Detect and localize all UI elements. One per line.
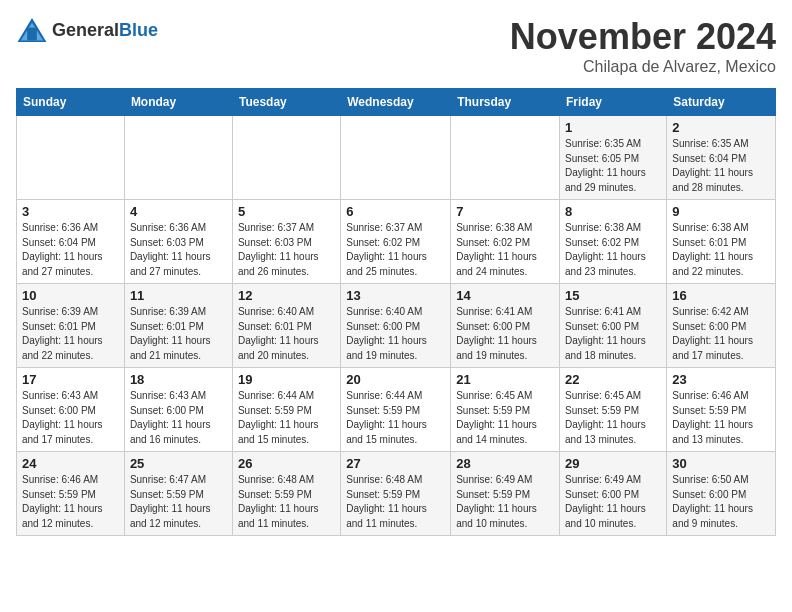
calendar-cell: 22Sunrise: 6:45 AM Sunset: 5:59 PM Dayli… <box>560 368 667 452</box>
logo-general: General <box>52 20 119 40</box>
day-info: Sunrise: 6:45 AM Sunset: 5:59 PM Dayligh… <box>565 389 661 447</box>
day-number: 15 <box>565 288 661 303</box>
day-number: 7 <box>456 204 554 219</box>
calendar-cell: 3Sunrise: 6:36 AM Sunset: 6:04 PM Daylig… <box>17 200 125 284</box>
day-info: Sunrise: 6:39 AM Sunset: 6:01 PM Dayligh… <box>130 305 227 363</box>
day-number: 17 <box>22 372 119 387</box>
header-thursday: Thursday <box>451 89 560 116</box>
calendar-week-4: 17Sunrise: 6:43 AM Sunset: 6:00 PM Dayli… <box>17 368 776 452</box>
logo: GeneralBlue <box>16 16 158 44</box>
day-info: Sunrise: 6:40 AM Sunset: 6:00 PM Dayligh… <box>346 305 445 363</box>
calendar-cell: 26Sunrise: 6:48 AM Sunset: 5:59 PM Dayli… <box>232 452 340 536</box>
day-info: Sunrise: 6:49 AM Sunset: 5:59 PM Dayligh… <box>456 473 554 531</box>
calendar-cell: 21Sunrise: 6:45 AM Sunset: 5:59 PM Dayli… <box>451 368 560 452</box>
day-info: Sunrise: 6:40 AM Sunset: 6:01 PM Dayligh… <box>238 305 335 363</box>
day-number: 10 <box>22 288 119 303</box>
calendar-table: Sunday Monday Tuesday Wednesday Thursday… <box>16 88 776 536</box>
day-info: Sunrise: 6:36 AM Sunset: 6:03 PM Dayligh… <box>130 221 227 279</box>
day-info: Sunrise: 6:37 AM Sunset: 6:03 PM Dayligh… <box>238 221 335 279</box>
calendar-cell: 20Sunrise: 6:44 AM Sunset: 5:59 PM Dayli… <box>341 368 451 452</box>
day-number: 27 <box>346 456 445 471</box>
day-info: Sunrise: 6:37 AM Sunset: 6:02 PM Dayligh… <box>346 221 445 279</box>
calendar-cell: 9Sunrise: 6:38 AM Sunset: 6:01 PM Daylig… <box>667 200 776 284</box>
header-wednesday: Wednesday <box>341 89 451 116</box>
calendar-cell: 14Sunrise: 6:41 AM Sunset: 6:00 PM Dayli… <box>451 284 560 368</box>
calendar-cell <box>451 116 560 200</box>
header-monday: Monday <box>124 89 232 116</box>
day-number: 28 <box>456 456 554 471</box>
location-title: Chilapa de Alvarez, Mexico <box>510 58 776 76</box>
header-friday: Friday <box>560 89 667 116</box>
calendar-cell: 6Sunrise: 6:37 AM Sunset: 6:02 PM Daylig… <box>341 200 451 284</box>
day-number: 16 <box>672 288 770 303</box>
day-number: 2 <box>672 120 770 135</box>
calendar-cell: 12Sunrise: 6:40 AM Sunset: 6:01 PM Dayli… <box>232 284 340 368</box>
calendar-cell: 10Sunrise: 6:39 AM Sunset: 6:01 PM Dayli… <box>17 284 125 368</box>
day-number: 8 <box>565 204 661 219</box>
day-number: 26 <box>238 456 335 471</box>
day-info: Sunrise: 6:35 AM Sunset: 6:04 PM Dayligh… <box>672 137 770 195</box>
day-info: Sunrise: 6:44 AM Sunset: 5:59 PM Dayligh… <box>346 389 445 447</box>
day-number: 5 <box>238 204 335 219</box>
logo-blue: Blue <box>119 20 158 40</box>
calendar-cell: 29Sunrise: 6:49 AM Sunset: 6:00 PM Dayli… <box>560 452 667 536</box>
day-info: Sunrise: 6:42 AM Sunset: 6:00 PM Dayligh… <box>672 305 770 363</box>
calendar-cell: 8Sunrise: 6:38 AM Sunset: 6:02 PM Daylig… <box>560 200 667 284</box>
day-number: 29 <box>565 456 661 471</box>
day-number: 13 <box>346 288 445 303</box>
calendar-week-3: 10Sunrise: 6:39 AM Sunset: 6:01 PM Dayli… <box>17 284 776 368</box>
day-info: Sunrise: 6:39 AM Sunset: 6:01 PM Dayligh… <box>22 305 119 363</box>
calendar-cell: 13Sunrise: 6:40 AM Sunset: 6:00 PM Dayli… <box>341 284 451 368</box>
calendar-cell: 28Sunrise: 6:49 AM Sunset: 5:59 PM Dayli… <box>451 452 560 536</box>
calendar-cell: 17Sunrise: 6:43 AM Sunset: 6:00 PM Dayli… <box>17 368 125 452</box>
day-header-row: Sunday Monday Tuesday Wednesday Thursday… <box>17 89 776 116</box>
day-info: Sunrise: 6:41 AM Sunset: 6:00 PM Dayligh… <box>565 305 661 363</box>
day-number: 9 <box>672 204 770 219</box>
calendar-cell: 4Sunrise: 6:36 AM Sunset: 6:03 PM Daylig… <box>124 200 232 284</box>
day-number: 11 <box>130 288 227 303</box>
day-info: Sunrise: 6:38 AM Sunset: 6:01 PM Dayligh… <box>672 221 770 279</box>
day-number: 19 <box>238 372 335 387</box>
day-info: Sunrise: 6:44 AM Sunset: 5:59 PM Dayligh… <box>238 389 335 447</box>
calendar-cell: 1Sunrise: 6:35 AM Sunset: 6:05 PM Daylig… <box>560 116 667 200</box>
calendar-cell: 5Sunrise: 6:37 AM Sunset: 6:03 PM Daylig… <box>232 200 340 284</box>
day-info: Sunrise: 6:48 AM Sunset: 5:59 PM Dayligh… <box>346 473 445 531</box>
header-saturday: Saturday <box>667 89 776 116</box>
calendar-cell: 15Sunrise: 6:41 AM Sunset: 6:00 PM Dayli… <box>560 284 667 368</box>
calendar-cell: 24Sunrise: 6:46 AM Sunset: 5:59 PM Dayli… <box>17 452 125 536</box>
day-number: 20 <box>346 372 445 387</box>
calendar-cell <box>17 116 125 200</box>
calendar-cell: 11Sunrise: 6:39 AM Sunset: 6:01 PM Dayli… <box>124 284 232 368</box>
day-number: 4 <box>130 204 227 219</box>
calendar-cell: 19Sunrise: 6:44 AM Sunset: 5:59 PM Dayli… <box>232 368 340 452</box>
day-number: 30 <box>672 456 770 471</box>
logo-icon <box>16 16 48 44</box>
calendar-cell: 30Sunrise: 6:50 AM Sunset: 6:00 PM Dayli… <box>667 452 776 536</box>
day-info: Sunrise: 6:35 AM Sunset: 6:05 PM Dayligh… <box>565 137 661 195</box>
day-info: Sunrise: 6:46 AM Sunset: 5:59 PM Dayligh… <box>22 473 119 531</box>
day-number: 3 <box>22 204 119 219</box>
day-number: 21 <box>456 372 554 387</box>
month-title: November 2024 <box>510 16 776 58</box>
day-info: Sunrise: 6:43 AM Sunset: 6:00 PM Dayligh… <box>130 389 227 447</box>
calendar-cell <box>124 116 232 200</box>
day-info: Sunrise: 6:38 AM Sunset: 6:02 PM Dayligh… <box>565 221 661 279</box>
day-info: Sunrise: 6:38 AM Sunset: 6:02 PM Dayligh… <box>456 221 554 279</box>
calendar-cell: 23Sunrise: 6:46 AM Sunset: 5:59 PM Dayli… <box>667 368 776 452</box>
calendar-cell: 18Sunrise: 6:43 AM Sunset: 6:00 PM Dayli… <box>124 368 232 452</box>
calendar-cell <box>232 116 340 200</box>
header-tuesday: Tuesday <box>232 89 340 116</box>
title-area: November 2024 Chilapa de Alvarez, Mexico <box>510 16 776 76</box>
day-number: 24 <box>22 456 119 471</box>
calendar-cell: 16Sunrise: 6:42 AM Sunset: 6:00 PM Dayli… <box>667 284 776 368</box>
day-info: Sunrise: 6:46 AM Sunset: 5:59 PM Dayligh… <box>672 389 770 447</box>
svg-rect-2 <box>27 28 37 41</box>
logo-text: GeneralBlue <box>52 20 158 41</box>
day-info: Sunrise: 6:43 AM Sunset: 6:00 PM Dayligh… <box>22 389 119 447</box>
day-info: Sunrise: 6:48 AM Sunset: 5:59 PM Dayligh… <box>238 473 335 531</box>
day-number: 22 <box>565 372 661 387</box>
calendar-cell <box>341 116 451 200</box>
calendar-week-1: 1Sunrise: 6:35 AM Sunset: 6:05 PM Daylig… <box>17 116 776 200</box>
day-number: 18 <box>130 372 227 387</box>
day-number: 12 <box>238 288 335 303</box>
